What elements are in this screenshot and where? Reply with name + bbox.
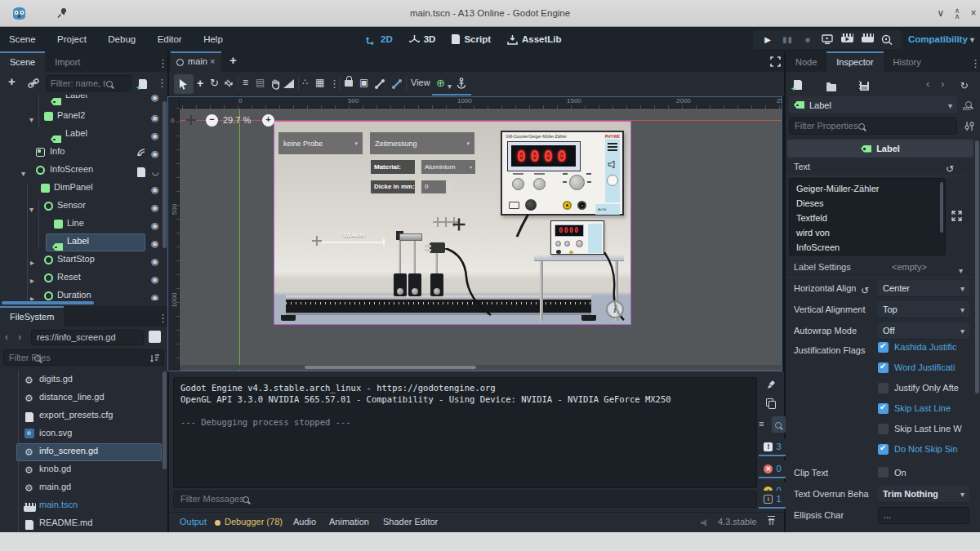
revert-icon[interactable] <box>861 282 869 297</box>
renderer-selector[interactable]: Compatibility <box>908 27 974 52</box>
object-history-icon[interactable] <box>960 78 969 92</box>
history-back-icon[interactable]: ‹ <box>926 78 929 90</box>
show-list-button[interactable]: ▤ <box>256 77 265 88</box>
new-resource-button[interactable] <box>794 80 802 90</box>
filter-properties-input[interactable]: Filter Properties <box>789 118 957 135</box>
visibility-eye-icon[interactable] <box>151 289 159 300</box>
text-editor-scrollbar[interactable] <box>940 182 943 233</box>
pause-button[interactable]: ▮▮ <box>782 30 793 49</box>
visibility-eye-icon[interactable] <box>151 109 159 124</box>
menu-project[interactable]: Project <box>48 27 96 51</box>
new-scene-tab-button[interactable] <box>229 53 237 68</box>
property-tools-icon[interactable] <box>964 121 975 131</box>
zoom-out-button[interactable]: − <box>206 114 218 127</box>
file-row[interactable]: knob.gd <box>0 461 167 479</box>
property-label-settings-row[interactable]: Label Settings <empty> <box>786 258 973 278</box>
insert-key-icon[interactable]: ⊕ <box>436 77 445 89</box>
smart-snap-button[interactable]: ∴ <box>302 77 308 87</box>
mute-speaker-icon[interactable] <box>700 518 710 527</box>
rotate-mode-button[interactable]: ↻ <box>210 77 219 89</box>
visibility-eye-icon[interactable] <box>151 271 159 286</box>
maximize-button[interactable]: ∧∧ <box>951 8 964 21</box>
checkbox[interactable] <box>878 424 889 434</box>
split-mode-button[interactable] <box>149 331 161 343</box>
canvas-hscroll-thumb[interactable] <box>305 366 476 369</box>
selected-node-gizmo[interactable] <box>453 219 466 231</box>
menu-scene[interactable]: Scene <box>0 27 45 51</box>
canvas-hscroll-track[interactable] <box>180 365 782 370</box>
flag-row[interactable]: Word Justificati <box>878 362 976 382</box>
halign-dropdown[interactable]: Center <box>878 280 969 297</box>
copy-log-button[interactable] <box>760 396 782 412</box>
expand-bottom-panel-icon[interactable]: ⇈ <box>768 516 775 527</box>
tree-row[interactable]: Sensor <box>0 198 167 216</box>
checkbox[interactable] <box>878 362 889 373</box>
collapse-arrow-icon[interactable] <box>21 165 25 180</box>
flag-row[interactable]: Skip Last Line W <box>878 423 976 443</box>
checkbox[interactable] <box>878 467 889 478</box>
autowrap-dropdown[interactable]: Off <box>878 322 969 340</box>
tab-debugger[interactable]: Debugger (78) <box>225 517 283 527</box>
checkbox[interactable] <box>878 403 889 414</box>
tab-node[interactable]: Node <box>786 52 826 73</box>
valign-dropdown[interactable]: Top <box>878 301 969 318</box>
probe-dropdown[interactable]: keine Probe▾ <box>278 132 363 154</box>
clear-log-button[interactable] <box>760 377 782 393</box>
stop-button[interactable]: ■ <box>802 30 813 49</box>
file-row-selected[interactable]: info_screen.gd <box>0 443 167 461</box>
output-log[interactable]: Godot Engine v4.3.stable.arch_linux - ht… <box>173 377 757 488</box>
center-view-icon[interactable] <box>186 115 196 125</box>
scene-tree-scrollbar[interactable] <box>163 101 167 248</box>
menu-debug[interactable]: Debug <box>99 27 145 51</box>
remote-debug-button[interactable] <box>822 34 833 45</box>
tree-row[interactable]: Duration <box>0 287 167 300</box>
add-node-button[interactable] <box>8 74 16 89</box>
move-mode-button[interactable]: + <box>197 77 203 90</box>
tree-row[interactable]: Info <box>0 144 167 162</box>
tree-row[interactable]: Reset <box>0 269 167 287</box>
attach-script-button[interactable] <box>139 79 147 89</box>
tree-row[interactable]: StartStop <box>0 251 167 269</box>
checkbox[interactable] <box>878 383 889 393</box>
expand-arrow-icon[interactable] <box>30 290 34 300</box>
visibility-eye-icon[interactable] <box>151 235 159 250</box>
file-row[interactable]: digits.gd <box>0 371 167 389</box>
material-dropdown[interactable]: Aluminium▾ <box>421 160 475 174</box>
file-row-open-scene[interactable]: main.tscn <box>0 497 167 515</box>
group-button[interactable]: ▣ <box>359 77 368 88</box>
category-label-header[interactable]: Label <box>787 140 973 158</box>
file-row[interactable]: distance_line.gd <box>0 389 167 407</box>
open-docs-button[interactable]: DOC <box>961 96 978 114</box>
pin-icon[interactable] <box>57 7 68 19</box>
file-row[interactable]: export_presets.cfg <box>0 407 167 425</box>
tree-row[interactable]: Panel2 <box>0 108 167 126</box>
view-menu-button[interactable]: View <box>411 78 430 87</box>
file-row[interactable]: main.gd <box>0 479 167 497</box>
mode-dropdown[interactable]: Zeitmessung▾ <box>370 132 474 154</box>
play-custom-scene-button[interactable] <box>862 30 873 49</box>
canvas-viewport[interactable]: 0 500 1000 1500 2000 2500 0 500 1000 <box>167 96 782 371</box>
pan-mode-icon[interactable] <box>270 78 281 90</box>
flag-row[interactable]: Kashida Justific <box>878 341 976 362</box>
signal-connection-icon[interactable] <box>136 148 146 158</box>
tree-row[interactable]: Line <box>0 216 167 233</box>
file-row[interactable]: README.md <box>0 515 167 532</box>
scene-dock-menu-icon[interactable] <box>158 56 168 70</box>
tab-history[interactable]: History <box>884 52 931 73</box>
tab-audio[interactable]: Audio <box>293 517 316 527</box>
search-toggle-button[interactable] <box>772 416 786 433</box>
info-button[interactable]: i <box>606 300 624 318</box>
tree-row[interactable]: InfoScreen <box>0 162 167 180</box>
tree-row-selected[interactable]: Label <box>0 233 167 251</box>
scale-mode-button[interactable]: ⇄ <box>222 76 236 90</box>
all-messages-chip[interactable]: ! 3 <box>759 438 786 456</box>
scene-tree-hscrollbar[interactable] <box>2 301 94 304</box>
tab-output[interactable]: Output <box>180 517 207 527</box>
flag-row[interactable]: Justify Only Afte <box>878 382 976 402</box>
text-property-editor[interactable]: Geiger-Müller-Zähler Dieses Textfeld wir… <box>789 178 946 256</box>
sort-icon[interactable] <box>150 353 160 363</box>
resource-menu-icon[interactable] <box>854 77 865 91</box>
workspace-script[interactable]: Script <box>452 34 491 44</box>
ellipsis-field[interactable]: ... <box>878 507 969 524</box>
instance-scene-icon[interactable] <box>28 78 39 88</box>
